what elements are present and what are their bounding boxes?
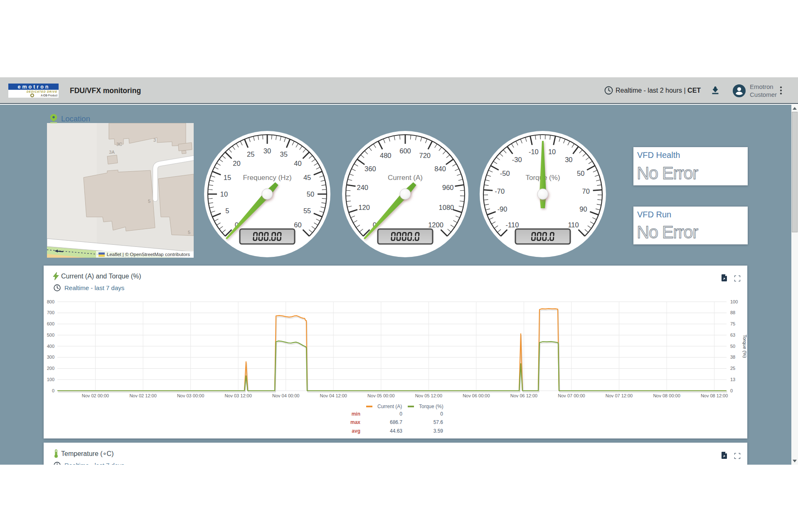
svg-text:-110: -110 [506,221,519,229]
svg-text:Nov 02 12:00: Nov 02 12:00 [129,393,156,398]
svg-text:10: 10 [548,148,556,155]
svg-text:5: 5 [148,199,150,204]
svg-text:50: 50 [730,344,735,349]
svg-text:Nov 02 00:00: Nov 02 00:00 [82,393,109,398]
svg-text:110: 110 [568,221,579,229]
svg-text:13: 13 [730,377,735,382]
svg-text:88: 88 [730,310,735,315]
svg-text:50: 50 [577,170,584,177]
svg-text:Nov 05 12:00: Nov 05 12:00 [415,393,442,398]
svg-text:200: 200 [47,366,54,371]
svg-text:75: 75 [730,321,735,326]
svg-text:400: 400 [47,344,54,349]
svg-text:480: 480 [380,152,392,159]
svg-text:800: 800 [47,299,54,304]
svg-text:70: 70 [582,187,590,195]
svg-text:30: 30 [565,156,572,163]
svg-text:960: 960 [442,184,454,191]
svg-text:35: 35 [280,150,288,158]
svg-text:40: 40 [294,160,301,167]
svg-text:Nov 04 00:00: Nov 04 00:00 [272,393,299,398]
svg-text:10: 10 [220,190,228,198]
svg-text:300: 300 [47,355,54,360]
svg-text:Nov 03 12:00: Nov 03 12:00 [224,393,251,398]
svg-text:840: 840 [434,165,446,172]
svg-text:600: 600 [47,321,54,326]
svg-text:1200: 1200 [428,221,443,229]
svg-text:63: 63 [730,332,735,337]
svg-text:5: 5 [188,230,190,235]
svg-text:25: 25 [730,366,735,371]
svg-text:Nov 08 00:00: Nov 08 00:00 [653,393,680,398]
svg-text:38: 38 [730,355,735,360]
svg-text:0: 0 [52,388,54,393]
svg-text:100: 100 [47,377,54,382]
svg-text:100: 100 [730,299,738,304]
svg-text:500: 500 [47,332,54,337]
svg-text:55: 55 [303,207,311,214]
svg-text:-90: -90 [498,205,507,213]
svg-text:240: 240 [357,184,369,191]
svg-text:20: 20 [233,160,240,167]
svg-text:90: 90 [579,205,587,213]
svg-text:Frequency (Hz): Frequency (Hz) [243,174,291,182]
svg-text:0: 0 [730,388,733,393]
svg-text:-50: -50 [500,170,510,177]
svg-text:Nov 05 00:00: Nov 05 00:00 [367,393,394,398]
svg-text:Nov 07 12:00: Nov 07 12:00 [606,393,633,398]
svg-text:60: 60 [294,221,301,229]
svg-text:-30: -30 [512,156,522,163]
svg-text:720: 720 [419,152,431,159]
svg-text:30: 30 [264,147,271,155]
svg-text:Torque (%): Torque (%) [742,335,747,358]
svg-text:45: 45 [303,174,311,181]
svg-text:Nov 04 12:00: Nov 04 12:00 [320,393,347,398]
svg-text:-70: -70 [495,187,505,195]
svg-text:360: 360 [365,165,376,172]
svg-text:-10: -10 [529,148,539,155]
svg-text:120: 120 [358,204,370,211]
svg-text:25: 25 [247,150,254,158]
svg-text:Nov 03 00:00: Nov 03 00:00 [177,393,204,398]
svg-text:3C: 3C [116,142,122,147]
svg-text:15: 15 [224,174,231,181]
svg-text:5: 5 [225,207,229,214]
svg-text:3: 3 [153,138,156,143]
svg-text:700: 700 [47,310,54,315]
svg-text:Nov 07 00:00: Nov 07 00:00 [558,393,585,398]
svg-text:50: 50 [307,190,314,198]
svg-text:Nov 08 12:00: Nov 08 12:00 [701,393,728,398]
svg-text:Nov 06 12:00: Nov 06 12:00 [510,393,537,398]
svg-text:Current (A): Current (A) [388,174,423,182]
svg-text:Leaflet | © OpenStreetMap cont: Leaflet | © OpenStreetMap contributors [107,252,190,257]
svg-text:600: 600 [399,147,411,155]
svg-text:1080: 1080 [439,204,454,211]
svg-text:3A: 3A [109,150,115,155]
svg-text:Nov 06 00:00: Nov 06 00:00 [463,393,490,398]
